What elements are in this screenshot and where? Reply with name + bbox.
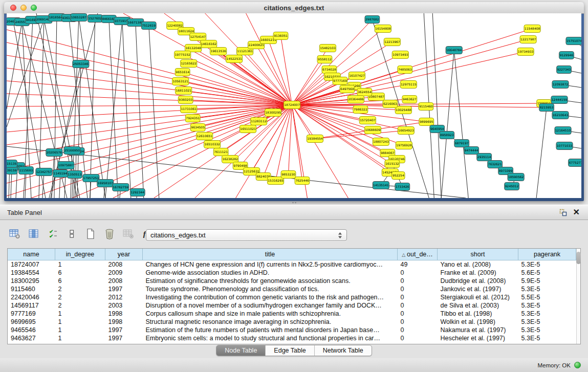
graph-node[interactable]: 12975115 [400,81,417,89]
table-cell[interactable]: 14569117 [8,301,55,310]
graph-node[interactable]: 14135141 [373,182,389,189]
table-cell[interactable]: 2003 [105,301,143,310]
graph-node[interactable]: 2987682 [365,16,380,24]
table-cell[interactable]: 0 [398,310,438,318]
graph-node[interactable]: 6216063 [383,100,398,108]
table-row[interactable]: 946554611997Estimation of the future num… [8,326,576,334]
graph-node[interactable]: 16210643 [552,112,569,119]
table-cell[interactable]: 1998 [105,310,143,318]
graph-node[interactable]: 16958107 [97,180,114,187]
table-cell[interactable]: 22420046 [8,293,55,301]
network-graph[interactable]: 1872400712240082180116241275414714616162… [7,13,581,198]
graph-node[interactable]: 16154808 [375,25,391,33]
table-cell[interactable]: 5.3E-5 [518,326,576,334]
table-cell[interactable]: 49 [398,260,438,269]
table-cell[interactable]: Tibbo et al. (1998) [438,310,518,318]
table-cell[interactable]: 2012 [105,293,143,301]
graph-node[interactable]: 9634505 [190,124,205,132]
table-cell[interactable]: 9115460 [8,285,55,293]
citation-edge-black[interactable] [136,23,144,198]
graph-node[interactable]: 19775152 [175,51,191,59]
table-cell[interactable]: 0 [398,285,438,293]
graph-node[interactable]: 7924351 [185,115,200,122]
show-columns-icon[interactable] [26,227,41,241]
graph-node[interactable]: 8958923 [440,132,454,139]
citation-edge-red[interactable] [7,30,292,105]
table-cell[interactable]: 1998 [105,318,143,326]
graph-node[interactable]: 7625446 [295,177,310,185]
citation-edge-black[interactable] [11,170,12,198]
citation-edge-red[interactable] [7,105,292,119]
graph-node[interactable]: 18590562 [508,173,524,181]
table-cell[interactable]: 1997 [105,326,143,334]
graph-node[interactable]: 10771033 [556,142,573,150]
table-row[interactable]: 1456911722003Disruption of a novel membe… [8,301,576,310]
graph-node[interactable]: 1115683 [19,167,34,174]
graph-node[interactable]: 7611121 [213,148,228,156]
table-row[interactable]: 1830029562008Estimation of significance … [8,277,576,285]
graph-node[interactable]: 19384554 [307,135,323,143]
graph-node[interactable]: 1292344 [130,189,145,196]
citation-edge-red[interactable] [246,13,292,105]
graph-node[interactable]: 9227343 [557,66,572,74]
graph-node[interactable]: 6497568 [340,85,355,93]
table-cell[interactable]: 1997 [105,334,143,342]
column-header-short[interactable]: short [438,249,518,260]
graph-node[interactable]: 14616162 [201,40,217,48]
graph-node[interactable]: 11731061 [181,105,197,113]
graph-node[interactable]: 15482103 [319,45,336,52]
graph-node[interactable]: 3624554 [357,89,372,96]
graph-node[interactable]: 9474444 [464,147,479,155]
panel-resize-grip[interactable] [292,202,297,204]
scrollbar-thumb[interactable] [576,252,581,264]
delete-table-icon[interactable] [121,227,136,241]
graph-node[interactable]: 15751074 [566,37,581,45]
column-header-year[interactable]: year [105,249,143,260]
citation-edge-red[interactable] [205,13,292,105]
table-cell[interactable]: 5.3E-5 [518,310,576,318]
citation-edge-black[interactable] [454,50,468,198]
graph-node[interactable]: 12165622 [181,60,197,68]
graph-node[interactable]: 10025488 [395,106,411,114]
citation-edge-red[interactable] [292,105,315,139]
table-cell[interactable]: 0 [398,293,438,301]
table-selector-dropdown[interactable]: citations_edges.txt [146,229,347,241]
close-panel-icon[interactable]: ✕ [573,208,580,216]
citation-edge-red[interactable] [234,59,292,105]
citation-edge-black[interactable] [122,21,131,198]
column-header-out_de[interactable]: △out_de… [398,249,438,260]
graph-node[interactable]: 16511021 [239,125,256,133]
citation-edge-black[interactable] [109,19,118,198]
table-cell[interactable]: Estimation of the future numbers of pati… [143,326,398,334]
graph-node[interactable]: 12217987 [520,36,536,43]
table-cell[interactable]: 6 [55,277,105,285]
citation-edge-black[interactable] [105,21,122,198]
float-panel-icon[interactable] [559,209,567,216]
table-cell[interactable]: 0 [398,326,438,334]
graph-node[interactable]: 1145194 [53,170,68,178]
graph-node[interactable]: 20206576 [46,149,62,157]
table-cell[interactable]: Nakamura et al. (1997) [438,326,518,334]
graph-node[interactable]: 12342757 [36,168,52,176]
graph-node[interactable]: 9853230 [281,171,296,179]
table-cell[interactable]: 2008 [105,260,143,269]
delete-column-icon[interactable] [102,227,117,241]
table-cell[interactable]: 0 [398,318,438,326]
table-vertical-scrollbar[interactable] [576,249,580,344]
citation-edge-black[interactable] [25,170,26,198]
graph-node[interactable]: 12610651 [197,133,213,140]
citation-edge-black[interactable] [441,50,454,198]
table-cell[interactable]: 5.5E-5 [518,293,576,301]
column-header-name[interactable]: name [8,249,55,260]
graph-node[interactable]: 9360203 [178,96,193,104]
table-row[interactable]: 1938455462009Genome-wide association stu… [8,269,576,277]
graph-node[interactable]: 10688609 [364,126,381,134]
table-cell[interactable]: 18300295 [8,277,55,285]
graph-node[interactable]: 7485063 [398,66,412,74]
graph-node[interactable]: 17957253 [83,174,99,182]
table-cell[interactable]: Embryonic stem cells: a model to study s… [143,334,398,342]
graph-node[interactable]: 12444159 [551,96,568,104]
graph-node[interactable]: 1527602 [88,15,102,23]
table-cell[interactable]: de Silva et al. (2003) [438,301,518,310]
select-rows-icon[interactable]: ✔ ✔ [45,227,60,241]
